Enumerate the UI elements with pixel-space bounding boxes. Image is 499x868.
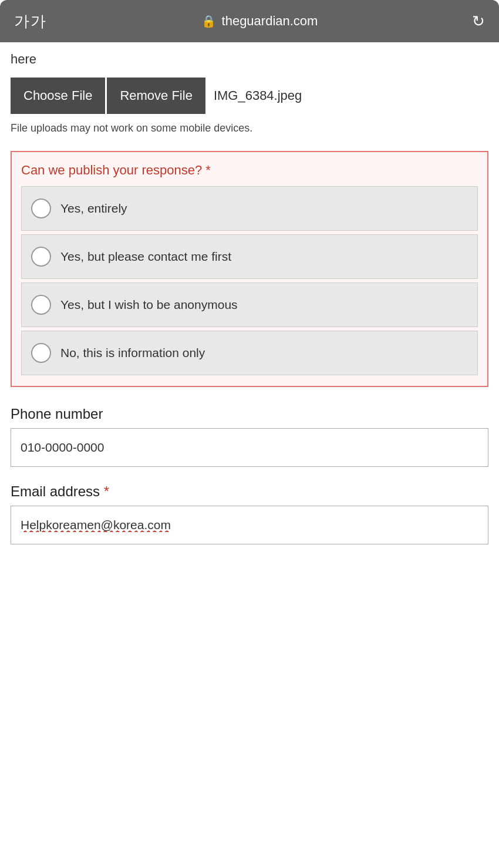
file-name-label: IMG_6384.jpeg <box>214 88 302 103</box>
page-content: here Choose File Remove File IMG_6384.jp… <box>0 42 499 570</box>
phone-input[interactable] <box>11 428 488 467</box>
file-upload-note: File uploads may not work on some mobile… <box>11 122 488 134</box>
radio-label-contact-first: Yes, but please contact me first <box>60 250 231 264</box>
radio-option-info-only[interactable]: No, this is information only <box>21 331 478 375</box>
radio-label-info-only: No, this is information only <box>60 346 205 360</box>
lock-icon: 🔒 <box>201 14 216 28</box>
radio-circle-contact-first <box>31 247 51 267</box>
phone-field-label: Phone number <box>11 406 488 422</box>
radio-label-anonymous: Yes, but I wish to be anonymous <box>60 298 238 312</box>
email-field-label: Email address * <box>11 483 488 500</box>
radio-circle-yes-entirely <box>31 199 51 218</box>
radio-option-yes-entirely[interactable]: Yes, entirely <box>21 186 478 231</box>
radio-option-anonymous[interactable]: Yes, but I wish to be anonymous <box>21 282 478 327</box>
radio-label-yes-entirely: Yes, entirely <box>60 201 127 216</box>
refresh-icon[interactable]: ↻ <box>472 12 485 31</box>
publish-question-box: Can we publish your response? * Yes, ent… <box>11 151 488 387</box>
url-text: theguardian.com <box>222 14 318 29</box>
remove-file-button[interactable]: Remove File <box>107 78 205 114</box>
radio-circle-anonymous <box>31 295 51 315</box>
partial-text: here <box>11 52 488 67</box>
choose-file-button[interactable]: Choose File <box>11 78 105 114</box>
radio-option-contact-first[interactable]: Yes, but please contact me first <box>21 234 478 279</box>
url-bar[interactable]: 🔒 theguardian.com <box>201 14 318 29</box>
browser-chrome: 가가 🔒 theguardian.com ↻ <box>0 0 499 42</box>
publish-question-label: Can we publish your response? * <box>21 163 478 178</box>
text-size-control[interactable]: 가가 <box>14 11 47 32</box>
radio-circle-info-only <box>31 343 51 363</box>
email-input[interactable] <box>11 506 488 544</box>
file-upload-row: Choose File Remove File IMG_6384.jpeg <box>11 78 488 114</box>
